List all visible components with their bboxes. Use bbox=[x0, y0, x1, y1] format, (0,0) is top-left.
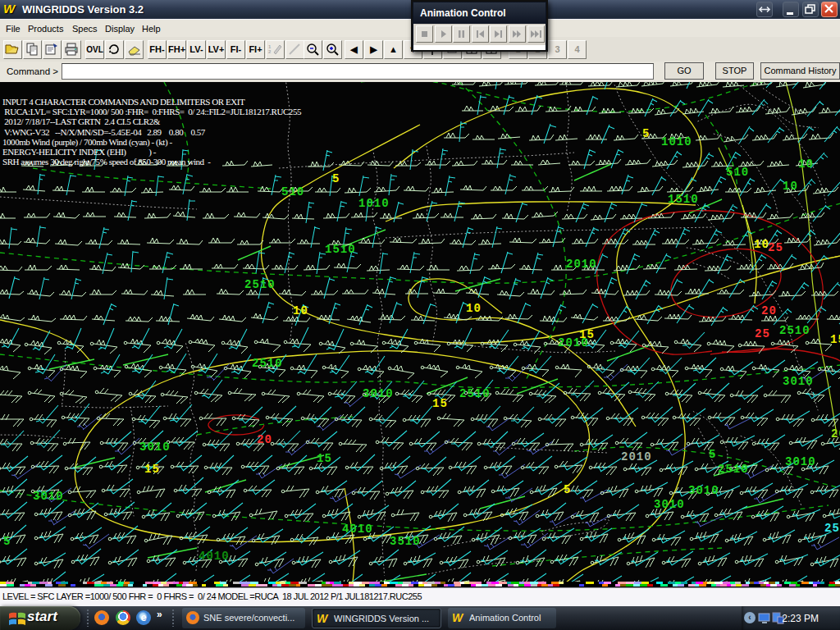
svg-text:10: 10 bbox=[798, 158, 814, 171]
svg-text:15: 15 bbox=[432, 397, 448, 410]
svg-text:5: 5 bbox=[564, 483, 571, 496]
svg-text:15: 15 bbox=[144, 463, 160, 476]
svg-text:510: 510 bbox=[726, 166, 749, 179]
svg-text:2510: 2510 bbox=[244, 278, 276, 291]
svg-text:25: 25 bbox=[755, 327, 770, 340]
svg-text:4010: 4010 bbox=[342, 523, 373, 536]
svg-text:3510: 3510 bbox=[390, 535, 421, 548]
svg-text:20: 20 bbox=[761, 304, 777, 317]
svg-text:2510: 2510 bbox=[459, 387, 491, 400]
svg-text:2510: 2510 bbox=[718, 463, 749, 476]
svg-text:3010: 3010 bbox=[654, 498, 685, 511]
svg-text:2010: 2010 bbox=[558, 336, 589, 349]
svg-text:1510: 1510 bbox=[668, 193, 699, 206]
svg-text:10: 10 bbox=[754, 238, 769, 251]
svg-text:510: 510 bbox=[281, 185, 304, 199]
svg-text:4010: 4010 bbox=[199, 550, 230, 563]
svg-text:3010: 3010 bbox=[785, 455, 816, 468]
svg-text:3010: 3010 bbox=[139, 441, 171, 454]
svg-text:15: 15 bbox=[317, 452, 332, 465]
svg-text:15: 15 bbox=[830, 333, 840, 346]
svg-text:10: 10 bbox=[466, 302, 482, 315]
svg-text:3010: 3010 bbox=[783, 375, 814, 388]
svg-text:25: 25 bbox=[824, 522, 840, 535]
svg-text:10: 10 bbox=[783, 180, 798, 193]
svg-text:3010: 3010 bbox=[33, 490, 64, 503]
svg-text:2010: 2010 bbox=[621, 450, 652, 463]
svg-text:5: 5 bbox=[642, 127, 650, 140]
svg-text:5: 5 bbox=[709, 448, 716, 461]
svg-text:5: 5 bbox=[332, 172, 340, 185]
svg-text:2510: 2510 bbox=[252, 357, 283, 370]
svg-text:1010: 1010 bbox=[661, 135, 692, 148]
svg-text:3010: 3010 bbox=[363, 387, 394, 400]
svg-text:2: 2 bbox=[268, 49, 272, 54]
svg-text:20: 20 bbox=[257, 433, 272, 446]
svg-text:2510: 2510 bbox=[779, 324, 810, 337]
svg-text:25: 25 bbox=[768, 241, 783, 254]
svg-text:2010: 2010 bbox=[566, 258, 597, 271]
svg-text:3010: 3010 bbox=[688, 484, 719, 497]
svg-text:20: 20 bbox=[831, 427, 840, 441]
svg-text:10: 10 bbox=[293, 304, 308, 317]
svg-text:5: 5 bbox=[3, 535, 11, 548]
svg-text:1510: 1510 bbox=[325, 243, 356, 256]
svg-text:1010: 1010 bbox=[358, 197, 390, 210]
